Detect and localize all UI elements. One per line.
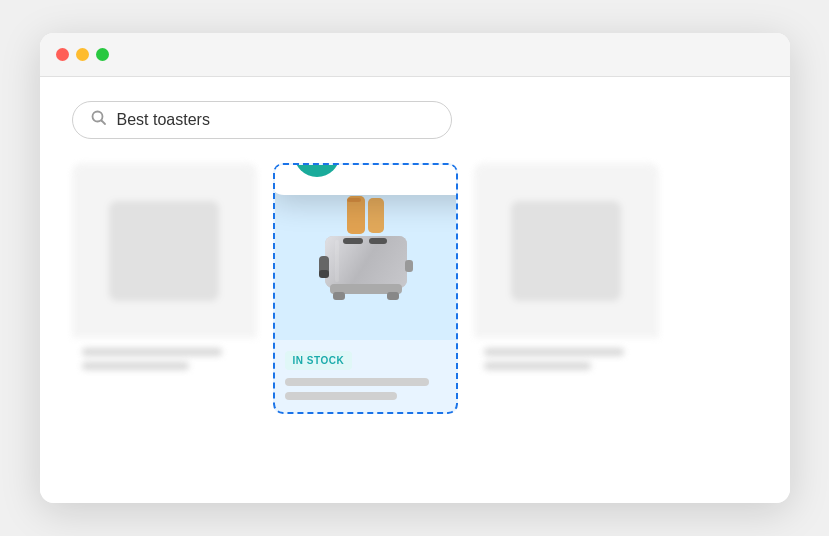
product-card-left bbox=[72, 163, 257, 380]
product-card-right bbox=[474, 163, 659, 380]
search-icon bbox=[91, 110, 107, 130]
product-card-featured: IN STOCK Share of Search bbox=[273, 163, 458, 414]
svg-rect-6 bbox=[368, 198, 384, 233]
browser-titlebar bbox=[40, 33, 790, 77]
product-line bbox=[82, 348, 222, 356]
product-line bbox=[285, 392, 398, 400]
search-query-text: Best toasters bbox=[117, 111, 210, 129]
arrow-up-icon bbox=[306, 163, 328, 165]
product-placeholder-right bbox=[511, 201, 621, 301]
browser-window: Best toasters bbox=[40, 33, 790, 503]
svg-rect-9 bbox=[343, 238, 363, 244]
svg-rect-17 bbox=[335, 240, 339, 282]
traffic-light-green[interactable] bbox=[96, 48, 109, 61]
product-image-right bbox=[474, 163, 659, 338]
products-grid: IN STOCK Share of Search bbox=[72, 163, 758, 414]
traffic-light-yellow[interactable] bbox=[76, 48, 89, 61]
product-lines-right bbox=[474, 338, 659, 380]
product-image-left bbox=[72, 163, 257, 338]
search-bar[interactable]: Best toasters bbox=[72, 101, 452, 139]
toaster-illustration bbox=[295, 188, 435, 318]
svg-rect-12 bbox=[333, 292, 345, 300]
product-lines-left bbox=[72, 338, 257, 380]
product-lines-featured bbox=[285, 378, 446, 400]
svg-rect-4 bbox=[347, 198, 361, 202]
product-line bbox=[285, 378, 430, 386]
svg-rect-10 bbox=[369, 238, 387, 244]
sos-icon-circle bbox=[294, 163, 340, 177]
traffic-lights bbox=[56, 48, 109, 61]
share-of-search-label: Share of Search bbox=[354, 163, 458, 170]
product-details-featured: IN STOCK bbox=[275, 340, 456, 412]
product-line bbox=[484, 348, 624, 356]
product-line bbox=[484, 362, 591, 370]
svg-rect-13 bbox=[387, 292, 399, 300]
in-stock-badge: IN STOCK bbox=[285, 351, 353, 370]
svg-rect-15 bbox=[319, 270, 329, 278]
share-of-search-tooltip: Share of Search bbox=[273, 163, 458, 195]
browser-content: Best toasters bbox=[40, 77, 790, 503]
traffic-light-red[interactable] bbox=[56, 48, 69, 61]
product-placeholder-left bbox=[109, 201, 219, 301]
svg-line-1 bbox=[101, 121, 105, 125]
svg-rect-16 bbox=[405, 260, 413, 272]
product-line bbox=[82, 362, 189, 370]
